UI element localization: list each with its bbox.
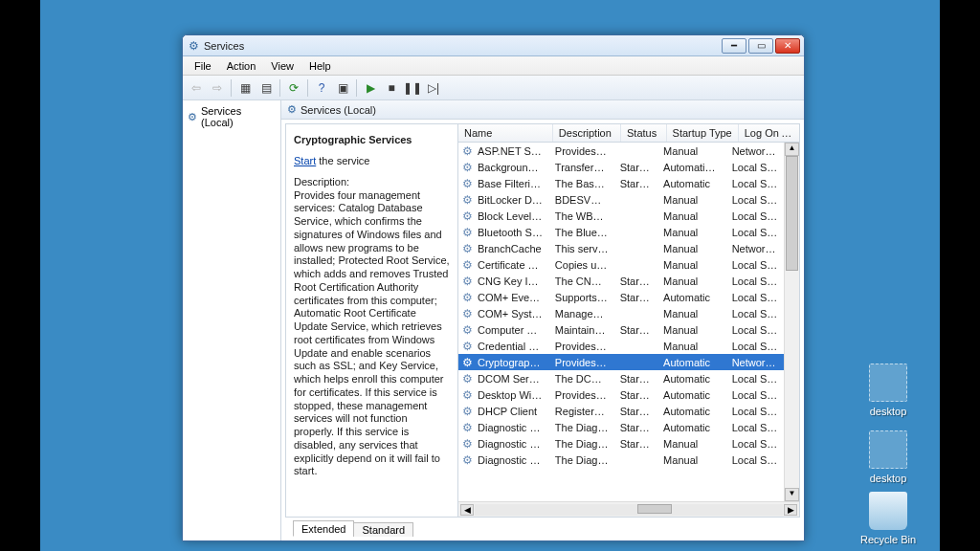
cell-description: Manages th...: [549, 308, 614, 320]
table-row[interactable]: ⚙BitLocker Drive En...BDESVC hos...Manua…: [458, 191, 784, 208]
cell-startup: Manual: [657, 145, 726, 157]
col-name[interactable]: Name: [458, 124, 553, 142]
tree-node-services-local[interactable]: ⚙ Services (Local): [185, 102, 278, 131]
table-row[interactable]: ⚙ASP.NET State Ser...Provides su...Manua…: [458, 143, 784, 159]
table-row[interactable]: ⚙Credential ManagerProvides se...ManualL…: [458, 338, 784, 354]
toolbar-separator: [356, 79, 357, 97]
help-button[interactable]: ?: [312, 78, 331, 98]
maximize-button[interactable]: ▭: [748, 38, 773, 54]
cell-name: Desktop Window ...: [472, 389, 549, 401]
tab-standard[interactable]: Standard: [353, 522, 413, 537]
start-service-link[interactable]: Start: [294, 155, 316, 166]
cell-description: Provides se...: [549, 341, 614, 352]
pane-header: ⚙ Services (Local): [281, 100, 804, 120]
close-button[interactable]: ✕: [775, 38, 800, 54]
cell-description: Maintains a...: [549, 324, 614, 336]
cell-startup: Manual: [657, 227, 726, 238]
cell-name: BranchCache: [472, 243, 549, 254]
table-row[interactable]: ⚙Block Level Backu...The WBENG...ManualL…: [458, 208, 784, 224]
cell-status: Started: [614, 406, 657, 417]
table-row[interactable]: ⚙Certificate Propag...Copies user ...Man…: [458, 256, 784, 273]
cell-name: Background Intelli...: [472, 162, 549, 173]
file-icon: [869, 430, 907, 469]
forward-button[interactable]: ⇨: [208, 78, 227, 98]
scroll-right-arrow[interactable]: ▶: [784, 504, 797, 516]
cell-status: Started: [614, 292, 657, 303]
restart-service-button[interactable]: ▷|: [424, 78, 443, 98]
table-row[interactable]: ⚙Background Intelli...Transfers fil...St…: [458, 159, 784, 175]
cell-status: Started: [614, 373, 657, 385]
show-hide-tree-button[interactable]: ▦: [235, 78, 255, 98]
recycle-bin[interactable]: Recycle Bin: [858, 492, 919, 545]
cell-logon: Local Syste...: [726, 341, 784, 352]
cell-description: The Bluetoo...: [549, 227, 614, 238]
table-row[interactable]: ⚙Cryptographic Ser...Provides fo...Autom…: [458, 354, 784, 370]
cell-description: Transfers fil...: [549, 162, 614, 173]
cell-logon: Local Syste...: [726, 454, 784, 466]
console-tree[interactable]: ⚙ Services (Local): [183, 100, 281, 540]
scroll-left-arrow[interactable]: ◀: [460, 504, 474, 516]
cell-description: The Diagno...: [549, 438, 614, 450]
toolbar-separator: [279, 79, 280, 97]
table-row[interactable]: ⚙DHCP ClientRegisters an...StartedAutoma…: [458, 403, 784, 419]
back-button[interactable]: ⇦: [187, 78, 206, 98]
table-row[interactable]: ⚙BranchCacheThis service ...ManualNetwor…: [458, 240, 784, 256]
cell-name: BitLocker Drive En...: [472, 194, 549, 206]
menu-action[interactable]: Action: [219, 60, 264, 72]
table-row[interactable]: ⚙Diagnostic System...The Diagno...Manual…: [458, 452, 784, 468]
shortcut-label: desktop: [870, 406, 907, 417]
scroll-down-arrow[interactable]: ▼: [785, 488, 799, 501]
menu-view[interactable]: View: [263, 60, 301, 72]
refresh-button[interactable]: ⟳: [284, 78, 303, 98]
table-row[interactable]: ⚙Diagnostic Policy ...The Diagno...Start…: [458, 419, 784, 435]
desktop-shortcut-2[interactable]: desktop: [858, 430, 919, 484]
table-row[interactable]: ⚙COM+ System Ap...Manages th...ManualLoc…: [458, 305, 784, 321]
vertical-scrollbar[interactable]: ▲ ▼: [784, 143, 799, 501]
scroll-thumb[interactable]: [786, 156, 798, 271]
table-row[interactable]: ⚙Bluetooth Support...The Bluetoo...Manua…: [458, 224, 784, 240]
gear-icon: ⚙: [458, 144, 472, 158]
cell-logon: Local Syste...: [726, 259, 784, 271]
tab-extended[interactable]: Extended: [293, 520, 354, 537]
cell-startup: Manual: [657, 308, 726, 320]
cell-description: The Base Fil...: [549, 178, 614, 189]
horizontal-scrollbar[interactable]: ◀ ▶: [458, 501, 799, 517]
cell-startup: Manual: [657, 210, 726, 222]
stop-service-button[interactable]: ■: [382, 78, 401, 98]
cell-logon: Local Service: [726, 406, 784, 417]
table-row[interactable]: ⚙CNG Key IsolationThe CNG ke...StartedMa…: [458, 273, 784, 289]
cell-description: Copies user ...: [549, 259, 614, 271]
gear-icon: ⚙: [458, 388, 472, 402]
desktop-shortcut-1[interactable]: desktop: [858, 364, 919, 417]
menu-file[interactable]: File: [187, 60, 219, 72]
cell-logon: Local Syste...: [726, 308, 784, 320]
col-description[interactable]: Description: [553, 124, 621, 142]
cell-description: The WBENG...: [549, 210, 614, 222]
table-row[interactable]: ⚙Diagnostic Service...The Diagno...Start…: [458, 435, 784, 452]
menu-help[interactable]: Help: [301, 60, 339, 72]
scroll-up-arrow[interactable]: ▲: [785, 143, 799, 156]
table-row[interactable]: ⚙DCOM Server Pro...The DCOM...StartedAut…: [458, 370, 784, 386]
table-row[interactable]: ⚙COM+ Event Syst...Supports Sy...Started…: [458, 289, 784, 305]
cell-name: Base Filtering Engi...: [472, 178, 549, 189]
col-startup-type[interactable]: Startup Type: [667, 124, 739, 142]
table-row[interactable]: ⚙Desktop Window ...Provides De...Started…: [458, 386, 784, 403]
titlebar[interactable]: ⚙ Services ━ ▭ ✕: [183, 35, 804, 56]
pause-service-button[interactable]: ❚❚: [403, 78, 422, 98]
cell-name: Computer Browser: [472, 324, 549, 336]
export-button[interactable]: ▣: [333, 78, 352, 98]
col-status[interactable]: Status: [621, 124, 667, 142]
cell-status: Started: [614, 276, 657, 287]
start-service-button[interactable]: ▶: [361, 78, 380, 98]
table-row[interactable]: ⚙Computer BrowserMaintains a...StartedMa…: [458, 321, 784, 338]
recycle-bin-label: Recycle Bin: [860, 534, 916, 545]
gear-icon: ⚙: [187, 39, 200, 53]
table-row[interactable]: ⚙Base Filtering Engi...The Base Fil...St…: [458, 175, 784, 191]
services-list[interactable]: ⚙ASP.NET State Ser...Provides su...Manua…: [458, 143, 784, 501]
cell-name: COM+ Event Syst...: [472, 292, 549, 303]
properties-button[interactable]: ▤: [256, 78, 276, 98]
scroll-thumb[interactable]: [637, 504, 672, 514]
gear-icon: ⚙: [458, 177, 472, 190]
minimize-button[interactable]: ━: [722, 38, 746, 54]
col-log-on-as[interactable]: Log On As: [739, 124, 799, 142]
